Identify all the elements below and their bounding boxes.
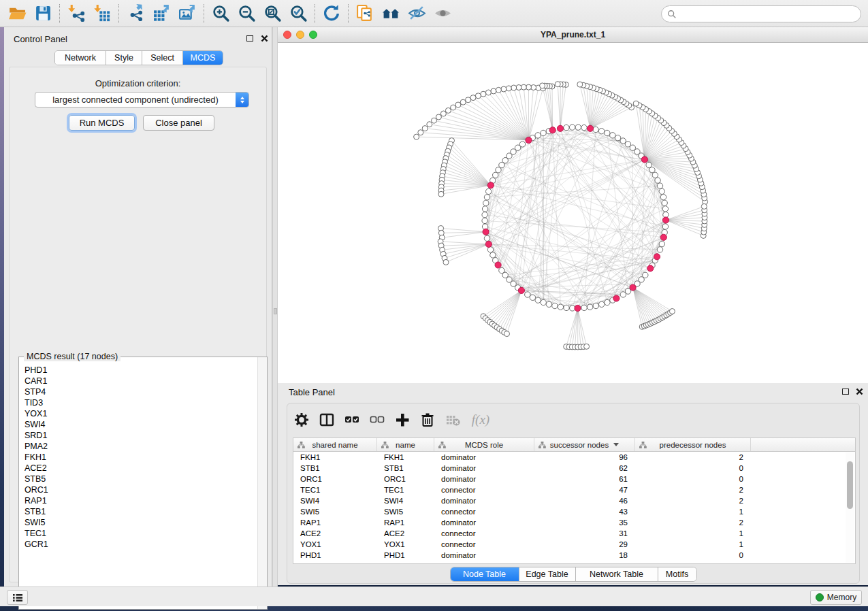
graph-leaf-node[interactable]: [584, 344, 590, 349]
mcds-result-node[interactable]: FKH1: [25, 452, 257, 463]
mcds-result-node[interactable]: STB1: [25, 506, 257, 517]
deselect-all-button[interactable]: [368, 411, 386, 429]
graph-node[interactable]: [483, 200, 489, 205]
graph-node[interactable]: [615, 135, 620, 141]
cell-name[interactable]: SWI4: [377, 495, 434, 506]
graph-node[interactable]: [581, 125, 587, 130]
tab-edge-table[interactable]: Edge Table: [519, 567, 576, 581]
graph-node[interactable]: [659, 188, 664, 194]
zoom-in-button[interactable]: [208, 3, 234, 24]
cell-predecessor-nodes[interactable]: 2: [635, 517, 751, 528]
split-columns-button[interactable]: [318, 411, 336, 429]
add-column-button[interactable]: [393, 411, 411, 429]
tab-mcds[interactable]: MCDS: [183, 51, 223, 65]
graph-node[interactable]: [490, 252, 496, 258]
tab-network-table[interactable]: Network Table: [576, 567, 658, 581]
column-header-name[interactable]: name: [377, 438, 434, 451]
graph-node[interactable]: [598, 129, 604, 134]
graph-leaf-node[interactable]: [451, 105, 456, 110]
graph-leaf-node[interactable]: [511, 85, 517, 90]
cell-shared-name[interactable]: TEC1: [293, 484, 377, 495]
cell-shared-name[interactable]: SWI4: [293, 495, 377, 506]
cell-name[interactable]: SWI5: [377, 506, 434, 517]
graph-leaf-node[interactable]: [577, 82, 583, 87]
graph-node[interactable]: [546, 301, 551, 307]
tab-motifs[interactable]: Motifs: [658, 567, 696, 581]
graph-leaf-node[interactable]: [669, 309, 675, 314]
graph-leaf-node[interactable]: [422, 126, 428, 131]
graph-dominator-node[interactable]: [485, 241, 492, 247]
mcds-result-node[interactable]: CAR1: [25, 376, 257, 386]
graph-leaf-node[interactable]: [443, 259, 449, 265]
graph-leaf-node[interactable]: [491, 88, 496, 94]
optimization-select[interactable]: largest connected component (undirected): [35, 92, 249, 108]
graph-node[interactable]: [482, 206, 487, 212]
graph-node[interactable]: [487, 247, 493, 252]
graph-dominator-node[interactable]: [495, 262, 501, 268]
graph-node[interactable]: [605, 130, 610, 135]
mcds-result-node[interactable]: STP4: [25, 386, 257, 397]
cell-successor-nodes[interactable]: 96: [534, 452, 635, 463]
graph-node[interactable]: [625, 142, 630, 147]
graph-node[interactable]: [643, 272, 648, 278]
column-header-successor-nodes[interactable]: successor nodes: [534, 438, 635, 451]
graph-node[interactable]: [610, 133, 615, 138]
graph-leaf-node[interactable]: [440, 111, 446, 116]
graph-node[interactable]: [657, 247, 662, 252]
graph-leaf-node[interactable]: [475, 93, 481, 99]
cell-shared-name[interactable]: YOX1: [293, 539, 377, 550]
graph-node[interactable]: [657, 183, 662, 188]
cell-name[interactable]: PHD1: [377, 550, 434, 561]
cell-shared-name[interactable]: PHD1: [293, 550, 377, 561]
cell-shared-name[interactable]: FKH1: [293, 452, 377, 463]
graph-node[interactable]: [593, 127, 598, 132]
graph-node[interactable]: [575, 125, 581, 130]
mcds-result-node[interactable]: TID3: [25, 397, 257, 408]
cell-predecessor-nodes[interactable]: 1: [635, 539, 751, 550]
cell-MCDS-role[interactable]: dominator: [434, 517, 534, 528]
delete-row-button[interactable]: [419, 411, 436, 429]
table-row[interactable]: ACE2ACE2connector311: [293, 528, 855, 539]
graph-dominator-node[interactable]: [557, 125, 563, 131]
graph-leaf-node[interactable]: [481, 91, 486, 97]
graph-node[interactable]: [659, 241, 664, 246]
cell-name[interactable]: YOX1: [377, 539, 434, 550]
mcds-result-node[interactable]: SWI4: [25, 419, 257, 430]
mcds-result-node[interactable]: GCR1: [25, 539, 257, 550]
tab-select[interactable]: Select: [142, 51, 183, 65]
graph-node[interactable]: [581, 305, 587, 310]
table-row[interactable]: SWI5SWI5connector431: [293, 506, 855, 517]
graph-leaf-node[interactable]: [485, 90, 491, 95]
tab-node-table[interactable]: Node Table: [451, 567, 519, 581]
cell-predecessor-nodes[interactable]: 1: [635, 506, 751, 517]
graph-node[interactable]: [552, 303, 558, 308]
cell-MCDS-role[interactable]: connector: [434, 506, 534, 517]
zoom-out-button[interactable]: [234, 3, 259, 24]
cell-predecessor-nodes[interactable]: 0: [635, 474, 751, 484]
graph-node[interactable]: [482, 218, 487, 223]
graph-dominator-node[interactable]: [660, 234, 666, 240]
graph-leaf-node[interactable]: [436, 114, 441, 120]
cell-name[interactable]: TEC1: [377, 484, 434, 495]
graph-node[interactable]: [484, 195, 489, 200]
table-float-icon[interactable]: [842, 389, 849, 395]
graph-node[interactable]: [525, 292, 530, 297]
cell-name[interactable]: FKH1: [377, 452, 434, 463]
graph-node[interactable]: [662, 224, 668, 229]
graph-node[interactable]: [662, 200, 667, 205]
search-input[interactable]: [677, 7, 861, 21]
cell-successor-nodes[interactable]: 18: [534, 550, 635, 561]
graph-dominator-node[interactable]: [662, 217, 669, 223]
graph-node[interactable]: [482, 212, 487, 218]
graph-node[interactable]: [493, 172, 498, 178]
export-network-button[interactable]: [123, 3, 148, 24]
column-header-predecessor-nodes[interactable]: predecessor nodes: [635, 438, 751, 451]
cell-shared-name[interactable]: SWI5: [293, 506, 377, 517]
graph-dominator-node[interactable]: [526, 137, 532, 143]
cell-successor-nodes[interactable]: 46: [534, 495, 635, 506]
mcds-result-node[interactable]: PHD1: [25, 365, 257, 376]
cell-MCDS-role[interactable]: dominator: [434, 474, 534, 484]
graph-node[interactable]: [496, 167, 501, 173]
graph-leaf-node[interactable]: [633, 101, 639, 106]
cell-predecessor-nodes[interactable]: 0: [635, 463, 751, 474]
